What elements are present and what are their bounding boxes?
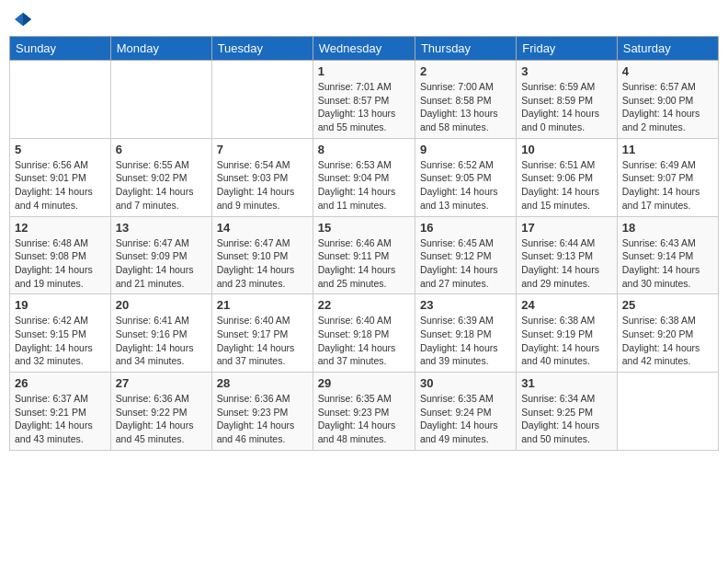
- day-info: Sunrise: 6:52 AMSunset: 9:05 PMDaylight:…: [420, 159, 498, 211]
- day-number: 12: [15, 221, 106, 235]
- day-info: Sunrise: 6:39 AMSunset: 9:18 PMDaylight:…: [420, 315, 498, 366]
- day-number: 22: [318, 298, 410, 312]
- day-number: 21: [217, 298, 308, 312]
- calendar-day-cell: 29Sunrise: 6:35 AMSunset: 9:23 PMDayligh…: [313, 373, 415, 451]
- day-info: Sunrise: 6:35 AMSunset: 9:24 PMDaylight:…: [420, 393, 498, 444]
- day-number: 3: [521, 64, 611, 78]
- day-info: Sunrise: 6:38 AMSunset: 9:20 PMDaylight:…: [622, 315, 700, 366]
- calendar-day-cell: 1Sunrise: 7:01 AMSunset: 8:57 PMDaylight…: [313, 61, 415, 139]
- day-info: Sunrise: 6:36 AMSunset: 9:23 PMDaylight:…: [217, 393, 295, 444]
- calendar-day-cell: 28Sunrise: 6:36 AMSunset: 9:23 PMDayligh…: [211, 373, 313, 451]
- day-of-week-header: Wednesday: [313, 37, 415, 61]
- svg-marker-1: [23, 12, 31, 25]
- day-of-week-header: Sunday: [10, 37, 111, 61]
- day-info: Sunrise: 7:00 AMSunset: 8:58 PMDaylight:…: [420, 81, 498, 132]
- day-number: 16: [420, 221, 511, 235]
- day-number: 29: [318, 376, 410, 390]
- calendar-week-row: 1Sunrise: 7:01 AMSunset: 8:57 PMDaylight…: [10, 61, 719, 139]
- day-number: 11: [622, 143, 713, 156]
- calendar-day-cell: 11Sunrise: 6:49 AMSunset: 9:07 PMDayligh…: [617, 138, 718, 216]
- day-number: 18: [622, 221, 713, 235]
- day-info: Sunrise: 6:37 AMSunset: 9:21 PMDaylight:…: [15, 393, 93, 444]
- day-info: Sunrise: 6:47 AMSunset: 9:10 PMDaylight:…: [217, 237, 295, 289]
- day-number: 27: [116, 376, 207, 390]
- calendar-day-cell: 10Sunrise: 6:51 AMSunset: 9:06 PMDayligh…: [517, 138, 617, 216]
- day-number: 25: [622, 298, 713, 312]
- day-number: 4: [622, 64, 713, 78]
- day-info: Sunrise: 6:45 AMSunset: 9:12 PMDaylight:…: [420, 237, 498, 289]
- day-of-week-header: Thursday: [415, 37, 516, 61]
- calendar-day-cell: 4Sunrise: 6:57 AMSunset: 9:00 PMDaylight…: [617, 61, 718, 139]
- day-info: Sunrise: 6:47 AMSunset: 9:09 PMDaylight:…: [116, 237, 194, 289]
- header: [9, 9, 719, 29]
- day-number: 5: [15, 143, 106, 156]
- day-info: Sunrise: 6:55 AMSunset: 9:02 PMDaylight:…: [116, 159, 194, 211]
- day-number: 23: [420, 298, 511, 312]
- calendar-day-cell: 22Sunrise: 6:40 AMSunset: 9:18 PMDayligh…: [313, 294, 415, 373]
- day-number: 10: [521, 143, 611, 156]
- day-number: 2: [420, 64, 511, 78]
- day-number: 13: [116, 221, 207, 235]
- calendar-body: 1Sunrise: 7:01 AMSunset: 8:57 PMDaylight…: [10, 61, 719, 451]
- calendar-day-cell: 5Sunrise: 6:56 AMSunset: 9:01 PMDaylight…: [10, 138, 111, 216]
- day-number: 26: [15, 376, 106, 390]
- day-info: Sunrise: 6:56 AMSunset: 9:01 PMDaylight:…: [15, 159, 93, 211]
- calendar-day-cell: 16Sunrise: 6:45 AMSunset: 9:12 PMDayligh…: [415, 216, 516, 294]
- calendar-week-row: 12Sunrise: 6:48 AMSunset: 9:08 PMDayligh…: [10, 216, 719, 294]
- day-number: 31: [521, 376, 611, 390]
- calendar-week-row: 5Sunrise: 6:56 AMSunset: 9:01 PMDaylight…: [10, 138, 719, 216]
- calendar-week-row: 19Sunrise: 6:42 AMSunset: 9:15 PMDayligh…: [10, 294, 719, 373]
- calendar-day-cell: [211, 61, 313, 139]
- calendar-day-cell: 17Sunrise: 6:44 AMSunset: 9:13 PMDayligh…: [517, 216, 617, 294]
- day-info: Sunrise: 6:59 AMSunset: 8:59 PMDaylight:…: [521, 81, 599, 132]
- day-info: Sunrise: 6:44 AMSunset: 9:13 PMDaylight:…: [521, 237, 599, 289]
- calendar-day-cell: 12Sunrise: 6:48 AMSunset: 9:08 PMDayligh…: [10, 216, 111, 294]
- calendar-day-cell: [110, 61, 211, 139]
- calendar-day-cell: 31Sunrise: 6:34 AMSunset: 9:25 PMDayligh…: [517, 373, 617, 451]
- calendar-day-cell: [10, 61, 111, 139]
- day-number: 9: [420, 143, 511, 156]
- day-info: Sunrise: 6:41 AMSunset: 9:16 PMDaylight:…: [116, 315, 194, 366]
- day-number: 8: [318, 143, 410, 156]
- day-info: Sunrise: 6:38 AMSunset: 9:19 PMDaylight:…: [521, 315, 599, 366]
- day-info: Sunrise: 6:46 AMSunset: 9:11 PMDaylight:…: [318, 237, 396, 289]
- calendar-day-cell: 8Sunrise: 6:53 AMSunset: 9:04 PMDaylight…: [313, 138, 415, 216]
- day-info: Sunrise: 6:57 AMSunset: 9:00 PMDaylight:…: [622, 81, 700, 132]
- calendar-day-cell: 19Sunrise: 6:42 AMSunset: 9:15 PMDayligh…: [10, 294, 111, 373]
- day-info: Sunrise: 6:48 AMSunset: 9:08 PMDaylight:…: [15, 237, 93, 289]
- calendar-day-cell: 14Sunrise: 6:47 AMSunset: 9:10 PMDayligh…: [211, 216, 313, 294]
- calendar-day-cell: 13Sunrise: 6:47 AMSunset: 9:09 PMDayligh…: [110, 216, 211, 294]
- calendar-day-cell: 21Sunrise: 6:40 AMSunset: 9:17 PMDayligh…: [211, 294, 313, 373]
- logo-icon: [15, 11, 31, 28]
- calendar-day-cell: 24Sunrise: 6:38 AMSunset: 9:19 PMDayligh…: [517, 294, 617, 373]
- day-of-week-header: Monday: [110, 37, 211, 61]
- day-info: Sunrise: 6:49 AMSunset: 9:07 PMDaylight:…: [622, 159, 700, 211]
- day-number: 7: [217, 143, 308, 156]
- calendar-day-cell: 7Sunrise: 6:54 AMSunset: 9:03 PMDaylight…: [211, 138, 313, 216]
- calendar-day-cell: 20Sunrise: 6:41 AMSunset: 9:16 PMDayligh…: [110, 294, 211, 373]
- day-info: Sunrise: 6:40 AMSunset: 9:17 PMDaylight:…: [217, 315, 295, 366]
- calendar-day-cell: 2Sunrise: 7:00 AMSunset: 8:58 PMDaylight…: [415, 61, 516, 139]
- day-info: Sunrise: 6:43 AMSunset: 9:14 PMDaylight:…: [622, 237, 700, 289]
- day-info: Sunrise: 6:53 AMSunset: 9:04 PMDaylight:…: [318, 159, 396, 211]
- logo: [13, 9, 31, 29]
- day-number: 14: [217, 221, 308, 235]
- calendar-day-cell: 3Sunrise: 6:59 AMSunset: 8:59 PMDaylight…: [517, 61, 617, 139]
- day-info: Sunrise: 6:40 AMSunset: 9:18 PMDaylight:…: [318, 315, 396, 366]
- calendar-day-cell: 9Sunrise: 6:52 AMSunset: 9:05 PMDaylight…: [415, 138, 516, 216]
- day-number: 6: [116, 143, 207, 156]
- calendar-day-cell: 18Sunrise: 6:43 AMSunset: 9:14 PMDayligh…: [617, 216, 718, 294]
- day-info: Sunrise: 6:51 AMSunset: 9:06 PMDaylight:…: [521, 159, 599, 211]
- calendar-day-cell: 30Sunrise: 6:35 AMSunset: 9:24 PMDayligh…: [415, 373, 516, 451]
- day-info: Sunrise: 6:34 AMSunset: 9:25 PMDaylight:…: [521, 393, 599, 444]
- calendar-day-cell: 25Sunrise: 6:38 AMSunset: 9:20 PMDayligh…: [617, 294, 718, 373]
- calendar-day-cell: 6Sunrise: 6:55 AMSunset: 9:02 PMDaylight…: [110, 138, 211, 216]
- day-number: 24: [521, 298, 611, 312]
- day-number: 15: [318, 221, 410, 235]
- calendar-day-cell: 27Sunrise: 6:36 AMSunset: 9:22 PMDayligh…: [110, 373, 211, 451]
- calendar-week-row: 26Sunrise: 6:37 AMSunset: 9:21 PMDayligh…: [10, 373, 719, 451]
- day-number: 30: [420, 376, 511, 390]
- calendar-day-cell: 26Sunrise: 6:37 AMSunset: 9:21 PMDayligh…: [10, 373, 111, 451]
- calendar-day-cell: 15Sunrise: 6:46 AMSunset: 9:11 PMDayligh…: [313, 216, 415, 294]
- day-info: Sunrise: 6:54 AMSunset: 9:03 PMDaylight:…: [217, 159, 295, 211]
